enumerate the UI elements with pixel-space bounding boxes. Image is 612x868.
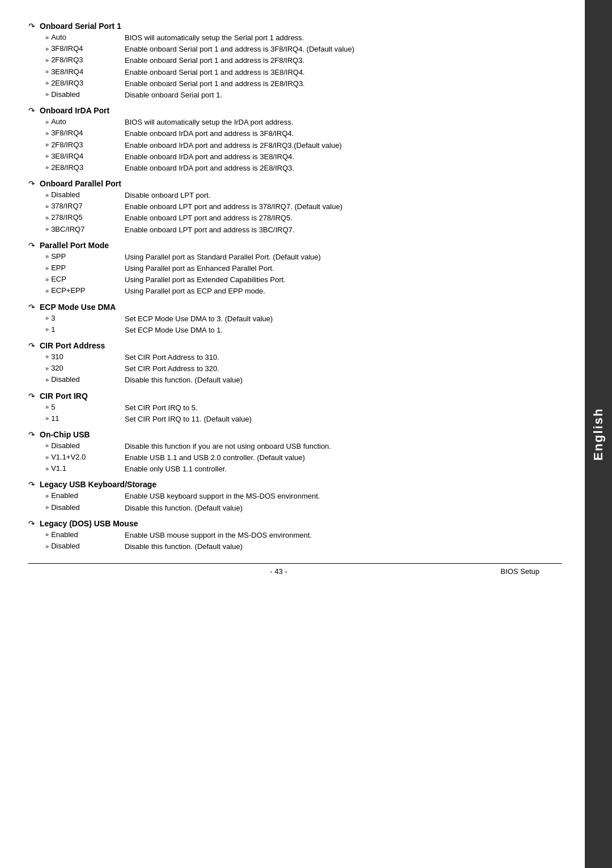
section-icon-onboard-parallel-port: ↷	[28, 179, 35, 188]
arrow-icon: »	[45, 403, 49, 410]
item-row-onboard-parallel-port-2: »278/IRQ5Enable onboard LPT port and add…	[28, 213, 562, 223]
item-key-text: Disabled	[51, 375, 80, 384]
item-value-onboard-parallel-port-0: Disable onboard LPT port.	[125, 190, 562, 201]
arrow-icon: »	[45, 203, 49, 210]
section-cir-port-irq: ↷CIR Port IRQ»5Set CIR Port IRQ to 5.»11…	[28, 392, 562, 424]
section-title-onboard-irda-port: Onboard IrDA Port	[40, 106, 109, 115]
item-key-cir-port-irq-0: »5	[45, 403, 125, 411]
item-value-ecp-mode-use-dma-0: Set ECP Mode Use DMA to 3. (Default valu…	[125, 314, 562, 324]
item-key-parallel-port-mode-0: »SPP	[45, 252, 125, 261]
section-icon-cir-port-address: ↷	[28, 341, 35, 350]
item-key-text: SPP	[51, 252, 66, 261]
section-icon-ecp-mode-use-dma: ↷	[28, 303, 35, 312]
item-key-text: Disabled	[51, 542, 80, 550]
item-key-text: 1	[51, 325, 55, 334]
item-key-cir-port-address-2: »Disabled	[45, 375, 125, 384]
arrow-icon: »	[45, 79, 49, 86]
section-title-cir-port-address: CIR Port Address	[40, 341, 105, 350]
item-row-onboard-serial-port-1-4: »2E8/IRQ3Enable onboard Serial port 1 an…	[28, 79, 562, 89]
item-value-onboard-parallel-port-1: Enable onboard LPT port and address is 3…	[125, 202, 562, 212]
section-on-chip-usb: ↷On-Chip USB»DisabledDisable this functi…	[28, 430, 562, 475]
item-value-onboard-serial-port-1-0: BIOS will automatically setup the Serial…	[125, 33, 562, 43]
section-title-parallel-port-mode: Parallel Port Mode	[40, 241, 109, 250]
item-key-text: Disabled	[51, 503, 80, 512]
item-value-onboard-serial-port-1-1: Enable onboard Serial port 1 and address…	[125, 44, 562, 54]
section-title-ecp-mode-use-dma: ECP Mode Use DMA	[40, 303, 116, 312]
arrow-icon: »	[45, 118, 49, 125]
item-key-text: V1.1	[51, 464, 66, 473]
arrow-icon: »	[45, 192, 49, 198]
item-key-text: 2F8/IRQ3	[51, 141, 83, 149]
arrow-icon: »	[45, 164, 49, 171]
item-key-onboard-serial-port-1-2: »2F8/IRQ3	[45, 56, 125, 64]
item-row-parallel-port-mode-1: »EPPUsing Parallel port as Enhanced Para…	[28, 263, 562, 274]
item-row-onboard-parallel-port-1: »378/IRQ7Enable onboard LPT port and add…	[28, 202, 562, 212]
item-key-text: ECP+EPP	[51, 286, 85, 295]
section-legacy-usb-keyboard: ↷Legacy USB Keyboard/Storage»EnabledEnab…	[28, 480, 562, 513]
section-title-onboard-parallel-port: Onboard Parallel Port	[40, 179, 121, 188]
item-row-parallel-port-mode-3: »ECP+EPPUsing Parallel port as ECP and E…	[28, 286, 562, 296]
item-value-onboard-irda-port-1: Enable onboard IrDA port and address is …	[125, 129, 562, 139]
item-value-parallel-port-mode-1: Using Parallel port as Enhanced Parallel…	[125, 263, 562, 274]
section-title-onboard-serial-port-1: Onboard Serial Port 1	[40, 22, 121, 31]
item-row-cir-port-address-2: »DisabledDisable this function. (Default…	[28, 375, 562, 385]
section-icon-on-chip-usb: ↷	[28, 430, 35, 439]
item-value-onboard-serial-port-1-4: Enable onboard Serial port 1 and address…	[125, 79, 562, 89]
item-key-onboard-parallel-port-1: »378/IRQ7	[45, 202, 125, 210]
section-title-legacy-usb-keyboard: Legacy USB Keyboard/Storage	[40, 480, 156, 489]
item-value-parallel-port-mode-3: Using Parallel port as ECP and EPP mode.	[125, 286, 562, 296]
item-key-onboard-parallel-port-2: »278/IRQ5	[45, 213, 125, 222]
item-key-onboard-serial-port-1-0: »Auto	[45, 33, 125, 41]
item-value-onboard-serial-port-1-5: Disable onboard Serial port 1.	[125, 90, 562, 100]
section-icon-onboard-serial-port-1: ↷	[28, 22, 35, 31]
item-key-text: 3F8/IRQ4	[51, 129, 83, 137]
item-row-legacy-dos-usb-mouse-0: »EnabledEnable USB mouse support in the …	[28, 530, 562, 541]
item-key-parallel-port-mode-2: »ECP	[45, 275, 125, 283]
item-key-text: 2E8/IRQ3	[51, 163, 83, 172]
item-row-on-chip-usb-2: »V1.1Enable only USB 1.1 controller.	[28, 464, 562, 474]
item-key-text: Disabled	[51, 190, 80, 199]
item-row-onboard-irda-port-1: »3F8/IRQ4Enable onboard IrDA port and ad…	[28, 129, 562, 139]
item-row-parallel-port-mode-2: »ECPUsing Parallel port as Extended Capa…	[28, 275, 562, 285]
section-title-legacy-dos-usb-mouse: Legacy (DOS) USB Mouse	[40, 519, 138, 528]
item-value-onboard-irda-port-2: Enable onboard IrDA port and address is …	[125, 141, 562, 151]
section-header-onboard-irda-port: ↷Onboard IrDA Port	[28, 106, 562, 115]
item-row-legacy-usb-keyboard-1: »DisabledDisable this function. (Default…	[28, 503, 562, 513]
item-key-text: ECP	[51, 275, 66, 283]
item-row-onboard-irda-port-4: »2E8/IRQ3Enable onboard IrDA port and ad…	[28, 163, 562, 173]
item-row-cir-port-irq-0: »5Set CIR Port IRQ to 5.	[28, 403, 562, 413]
item-key-text: Disabled	[51, 441, 80, 450]
section-header-legacy-usb-keyboard: ↷Legacy USB Keyboard/Storage	[28, 480, 562, 489]
arrow-icon: »	[45, 326, 49, 333]
item-row-onboard-irda-port-2: »2F8/IRQ3Enable onboard IrDA port and ad…	[28, 141, 562, 151]
arrow-icon: »	[45, 45, 49, 52]
item-key-text: 278/IRQ5	[51, 213, 83, 222]
item-row-onboard-serial-port-1-3: »3E8/IRQ4Enable onboard Serial port 1 an…	[28, 67, 562, 78]
item-value-parallel-port-mode-0: Using Parallel port as Standard Parallel…	[125, 252, 562, 262]
item-value-onboard-serial-port-1-3: Enable onboard Serial port 1 and address…	[125, 67, 562, 78]
item-row-legacy-dos-usb-mouse-1: »DisabledDisable this function. (Default…	[28, 542, 562, 552]
item-key-on-chip-usb-2: »V1.1	[45, 464, 125, 473]
item-key-text: Enabled	[51, 530, 78, 539]
item-value-ecp-mode-use-dma-1: Set ECP Mode Use DMA to 1.	[125, 325, 562, 335]
arrow-icon: »	[45, 253, 49, 259]
item-key-text: 320	[51, 364, 63, 372]
item-row-cir-port-address-1: »320Set CIR Port Address to 320.	[28, 364, 562, 374]
arrow-icon: »	[45, 91, 49, 97]
item-key-on-chip-usb-1: »V1.1+V2.0	[45, 453, 125, 461]
item-key-legacy-dos-usb-mouse-0: »Enabled	[45, 530, 125, 539]
item-key-onboard-serial-port-1-5: »Disabled	[45, 90, 125, 99]
item-value-cir-port-irq-0: Set CIR Port IRQ to 5.	[125, 403, 562, 413]
item-value-legacy-dos-usb-mouse-0: Enable USB mouse support in the MS-DOS e…	[125, 530, 562, 541]
item-row-onboard-parallel-port-3: »3BC/IRQ7Enable onboard LPT port and add…	[28, 225, 562, 235]
item-value-onboard-irda-port-3: Enable onboard IrDA port and address is …	[125, 152, 562, 162]
item-key-text: 2F8/IRQ3	[51, 56, 83, 64]
item-key-text: 2E8/IRQ3	[51, 79, 83, 87]
arrow-icon: »	[45, 543, 49, 550]
item-key-text: 378/IRQ7	[51, 202, 83, 210]
item-row-cir-port-address-0: »310Set CIR Port Address to 310.	[28, 352, 562, 363]
item-key-onboard-irda-port-0: »Auto	[45, 117, 125, 126]
item-key-cir-port-irq-1: »11	[45, 414, 125, 423]
item-key-text: 3E8/IRQ4	[51, 67, 83, 76]
item-row-cir-port-irq-1: »11Set CIR Port IRQ to 11. (Default valu…	[28, 414, 562, 424]
